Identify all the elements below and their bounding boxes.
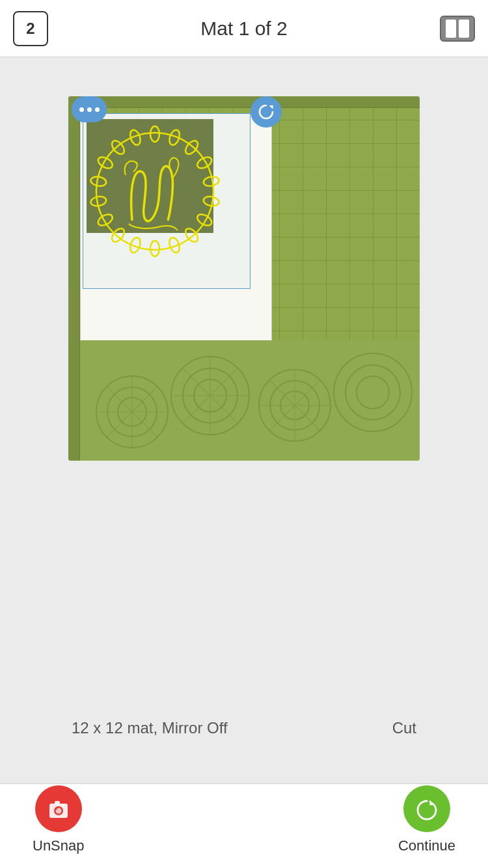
mat-container xyxy=(68,96,420,461)
svg-point-25 xyxy=(150,126,159,142)
camera-icon xyxy=(46,796,72,822)
dot-icon xyxy=(95,107,100,112)
mat-counter-badge: 2 xyxy=(13,11,48,46)
mat-action: Cut xyxy=(392,719,416,737)
mat-info-row: 12 x 12 mat, Mirror Off Cut xyxy=(0,712,488,744)
rotate-icon xyxy=(257,103,275,121)
svg-point-42 xyxy=(128,129,142,146)
svg-point-10 xyxy=(346,365,400,420)
page-title: Mat 1 of 2 xyxy=(200,18,287,40)
svg-point-31 xyxy=(195,212,213,228)
svg-point-38 xyxy=(90,195,107,207)
svg-point-47 xyxy=(62,804,64,807)
svg-point-34 xyxy=(150,241,159,256)
mat-ruler-left xyxy=(68,96,80,461)
continue-icon xyxy=(414,796,440,822)
unsnap-action[interactable]: UnSnap xyxy=(33,785,85,854)
svg-point-40 xyxy=(96,155,115,170)
continue-label: Continue xyxy=(398,837,455,854)
svg-point-30 xyxy=(203,195,220,207)
dot-icon xyxy=(79,107,84,112)
mat-ruler-top xyxy=(68,96,420,108)
svg-point-35 xyxy=(128,236,142,254)
svg-point-11 xyxy=(357,376,389,409)
split-view-button[interactable] xyxy=(440,16,475,42)
svg-point-39 xyxy=(90,176,107,187)
unsnap-button[interactable] xyxy=(35,785,82,832)
floral-pattern-area xyxy=(80,340,420,461)
continue-action[interactable]: Continue xyxy=(398,785,455,854)
bottom-bar: UnSnap Continue xyxy=(0,783,488,868)
unsnap-label: UnSnap xyxy=(33,837,85,854)
dot-icon xyxy=(87,107,92,112)
rotate-button[interactable] xyxy=(251,96,282,128)
svg-rect-46 xyxy=(55,801,60,804)
svg-point-37 xyxy=(96,212,115,228)
svg-point-28 xyxy=(195,155,213,170)
continue-button[interactable] xyxy=(403,785,450,832)
main-content-area: 12 x 12 mat, Mirror Off Cut xyxy=(0,57,488,783)
monogram-wreath-svg xyxy=(80,113,230,263)
floral-svg xyxy=(80,340,420,461)
svg-point-26 xyxy=(167,129,181,146)
header: 2 Mat 1 of 2 xyxy=(0,0,488,57)
svg-point-33 xyxy=(167,236,181,254)
svg-point-29 xyxy=(203,176,220,187)
options-button[interactable] xyxy=(72,96,107,122)
mat-description: 12 x 12 mat, Mirror Off xyxy=(72,719,228,737)
